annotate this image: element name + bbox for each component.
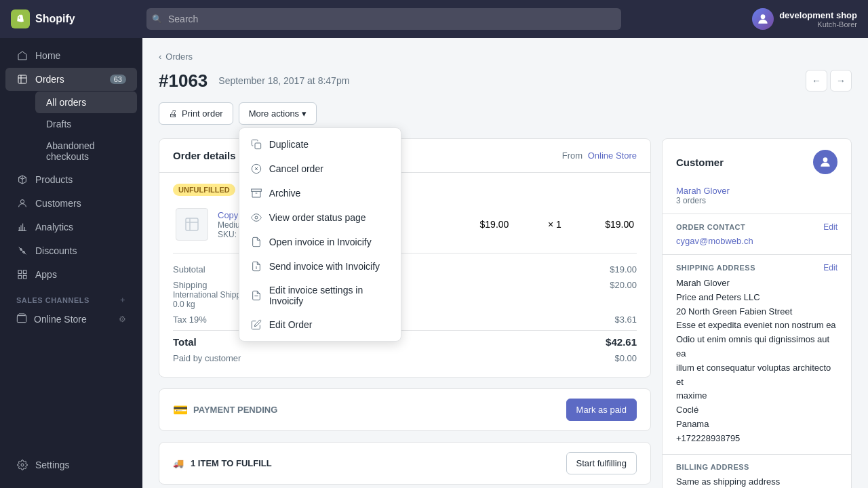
addr-phone: +172228938795 [676,432,837,446]
main-content: ‹ Orders #1063 September 18, 2017 at 8:4… [142,0,868,488]
billing-address-label: BILLING ADDRESS [676,463,837,471]
archive-icon [250,187,262,199]
sidebar-item-all-orders[interactable]: All orders [35,92,137,113]
sales-channels-label: SALES CHANNELS [16,296,90,304]
svg-rect-1 [18,75,26,83]
shipping-value: $20.00 [610,280,637,309]
svg-rect-8 [23,275,26,279]
sidebar-item-apps[interactable]: Apps [5,263,137,286]
payment-pending-card: 💳 PAYMENT PENDING Mark as paid [159,388,651,431]
addr-line3: Odio ut enim omnis qui dignissimos aut e… [676,333,837,361]
left-column: Order details From Online Store UNFULFIL… [159,138,651,488]
sidebar-item-discounts[interactable]: Discounts [5,239,137,262]
home-icon [16,49,28,62]
dropdown-item-label: Cancel order [269,163,323,174]
breadcrumb[interactable]: ‹ Orders [159,52,852,62]
shipping-address-label: SHIPPING ADDRESS Edit [676,263,837,272]
more-actions-button[interactable]: More actions ▾ [239,102,317,125]
online-store-icon [16,312,27,325]
discounts-icon [16,245,28,257]
customer-card-header: Customer [663,139,851,185]
mark-as-paid-button[interactable]: Mark as paid [566,399,637,421]
addr-city: Coclé [676,403,837,418]
settings-icon [16,459,28,471]
more-actions-menu: Duplicate Cancel order Archive [239,127,401,342]
sidebar-item-analytics[interactable]: Analytics [5,216,137,239]
fulfill-card: 🚚 1 ITEM TO FULFILL Start fulfilling [159,442,651,485]
sidebar-item-home[interactable]: Home [5,44,137,67]
sidebar-item-label: Home [35,50,60,61]
shipping-edit-link[interactable]: Edit [823,263,837,272]
prev-arrow-icon: ← [812,75,821,86]
svg-rect-7 [18,275,22,279]
sidebar-nav: Home Orders 63 All orders Drafts Abandon… [0,38,142,447]
sidebar-item-customers[interactable]: Customers [5,192,137,215]
online-store-left: Online Store [16,312,87,325]
payment-status: 💳 PAYMENT PENDING [173,403,277,418]
order-source-link[interactable]: Online Store [588,150,637,161]
sidebar-item-label: Apps [35,269,57,280]
prev-order-button[interactable]: ← [806,70,827,92]
app-name: Shopify [35,13,75,25]
order-contact-section: ORDER CONTACT Edit cygav@mobweb.ch [663,214,851,254]
next-arrow-icon: → [836,75,846,86]
customer-avatar [813,150,837,174]
apps-icon [16,268,28,281]
dropdown-item-edit-invoice[interactable]: Edit invoice settings in Invoicify [239,279,401,312]
dropdown-item-label: Edit Order [269,319,313,330]
add-sales-channel-icon[interactable]: ＋ [119,295,127,305]
order-detail-header: Order details From Online Store [159,139,650,173]
more-actions-label: More actions [249,108,299,119]
dropdown-item-cancel[interactable]: Cancel order [239,157,401,181]
sidebar-item-settings[interactable]: Settings [5,453,137,476]
billing-same: Same as shipping address [676,476,780,487]
print-order-button[interactable]: 🖨 Print order [159,102,233,125]
next-order-button[interactable]: → [830,70,852,92]
tax-value: $3.61 [614,314,637,325]
fulfill-count: 1 ITEM TO FULFILL [191,458,272,468]
dropdown-item-view-status[interactable]: View order status page [239,205,401,230]
order-date: September 18, 2017 at 8:47pm [218,75,349,86]
contact-email[interactable]: cygav@mobweb.ch [676,236,837,246]
start-fulfilling-button[interactable]: Start fulfilling [566,452,637,474]
dropdown-item-open-invoice[interactable]: Open invoice in Invoicify [239,230,401,254]
page-content: ‹ Orders #1063 September 18, 2017 at 8:4… [142,38,868,488]
sidebar-item-label: Products [35,174,73,185]
billing-address-section: BILLING ADDRESS Same as shipping address [663,454,851,488]
sidebar-item-abandoned[interactable]: Abandoned checkouts [35,135,137,167]
breadcrumb-arrow: ‹ [159,52,161,62]
svg-rect-13 [251,189,261,191]
topbar-right: development shop Kutch-Borer [752,8,857,30]
avatar [752,8,774,30]
svg-point-19 [823,157,828,162]
svg-rect-6 [23,270,26,274]
customer-title: Customer [676,157,724,168]
dropdown-item-label: Send invoice with Invoicify [269,261,380,272]
svg-rect-9 [17,316,26,323]
svg-point-15 [255,216,258,219]
shopify-icon [11,9,30,28]
dropdown-item-archive[interactable]: Archive [239,181,401,205]
dropdown-item-label: Duplicate [269,139,309,150]
contact-edit-link[interactable]: Edit [823,222,837,232]
dropdown-item-duplicate[interactable]: Duplicate [239,132,401,157]
dropdown-item-label: Open invoice in Invoicify [269,237,372,247]
sidebar-item-orders[interactable]: Orders 63 [5,68,137,91]
sidebar-item-label: Customers [35,198,81,209]
online-store-settings-icon[interactable]: ⚙ [119,314,126,324]
product-image [176,208,208,241]
search-input[interactable] [146,8,621,30]
sidebar-item-label: Analytics [35,222,73,232]
customer-name-link[interactable]: Marah Glover [676,186,730,196]
billing-address-block: Same as shipping address [676,475,837,488]
orders-icon [16,73,28,85]
customer-name-section: Marah Glover 3 orders [663,185,851,214]
dropdown-item-send-invoice[interactable]: Send invoice with Invoicify [239,254,401,279]
sidebar-item-drafts[interactable]: Drafts [35,113,137,135]
customer-orders: 3 orders [676,196,837,205]
invoicify-send-icon [250,260,262,272]
dropdown-item-edit-order[interactable]: Edit Order [239,312,401,337]
sales-channels-section: SALES CHANNELS ＋ [5,287,137,308]
sidebar-item-products[interactable]: Products [5,168,137,191]
sidebar-item-online-store[interactable]: Online Store ⚙ [5,308,137,329]
